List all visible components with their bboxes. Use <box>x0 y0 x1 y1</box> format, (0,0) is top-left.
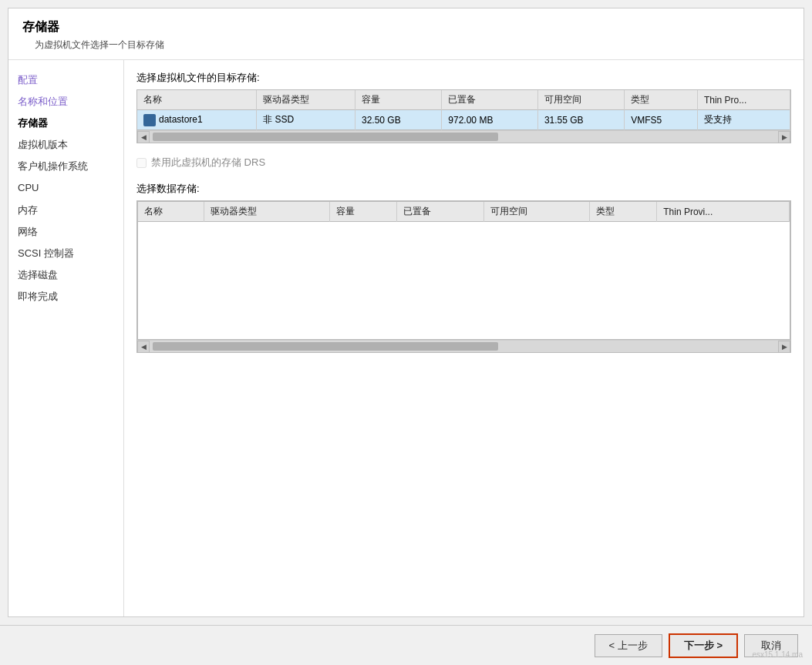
col-header: 类型 <box>625 90 698 110</box>
back-button[interactable]: < 上一步 <box>595 634 662 657</box>
col-header: 已置备 <box>442 90 538 110</box>
bottom-table-section: 选择数据存储: 名称驱动器类型容量已置备可用空间类型Thin Provi... … <box>136 182 791 353</box>
page-title: 存储器 <box>22 19 790 35</box>
drs-checkbox[interactable] <box>136 158 147 168</box>
cell-name: datastore1 <box>137 110 257 130</box>
sidebar-item-vm-version: 虚拟机版本 <box>8 134 123 156</box>
sidebar-item-finish: 即将完成 <box>8 286 123 307</box>
table-cell: 972.00 MB <box>442 110 538 130</box>
drs-checkbox-label: 禁用此虚拟机的存储 DRS <box>151 156 265 170</box>
sidebar: 配置名称和位置存储器虚拟机版本客户机操作系统CPU内存网络SCSI 控制器选择磁… <box>8 60 124 616</box>
col-header: 驱动器类型 <box>257 90 355 110</box>
sidebar-item-memory: 内存 <box>8 200 123 221</box>
bottom-scroll-right-btn[interactable]: ▶ <box>778 341 790 353</box>
col-header: 容量 <box>355 90 441 110</box>
table-cell: 31.55 GB <box>537 110 624 130</box>
col-header: Thin Provi... <box>657 202 790 222</box>
sidebar-item-config[interactable]: 配置 <box>8 69 123 91</box>
watermark: esx15.1.14.ma <box>752 650 803 659</box>
scroll-thumb <box>153 133 498 141</box>
col-header: Thin Pro... <box>697 90 790 110</box>
top-table-section: 选择虚拟机文件的目标存储: 名称驱动器类型容量已置备可用空间类型Thin Pro… <box>136 71 791 143</box>
sidebar-item-cpu: CPU <box>8 177 123 199</box>
page-subtitle: 为虚拟机文件选择一个目标存储 <box>35 39 790 52</box>
col-header: 驱动器类型 <box>204 202 330 222</box>
top-table-title: 选择虚拟机文件的目标存储: <box>136 71 791 85</box>
col-header: 可用空间 <box>483 202 590 222</box>
sidebar-item-scsi: SCSI 控制器 <box>8 243 123 264</box>
scroll-track[interactable] <box>150 131 778 143</box>
content-area: 配置名称和位置存储器虚拟机版本客户机操作系统CPU内存网络SCSI 控制器选择磁… <box>8 60 804 616</box>
bottom-table: 名称驱动器类型容量已置备可用空间类型Thin Provi... <box>138 202 790 222</box>
bottom-table-wrapper: 名称驱动器类型容量已置备可用空间类型Thin Provi... ◀ ▶ <box>136 200 791 353</box>
top-table-scrollbar[interactable]: ◀ ▶ <box>137 130 790 143</box>
drs-checkbox-row: 禁用此虚拟机的存储 DRS <box>136 151 791 174</box>
right-panel: 选择虚拟机文件的目标存储: 名称驱动器类型容量已置备可用空间类型Thin Pro… <box>124 60 804 616</box>
bottom-scroll-track[interactable] <box>150 341 778 352</box>
col-header: 容量 <box>330 202 397 222</box>
scroll-right-btn[interactable]: ▶ <box>778 131 790 143</box>
table-row[interactable]: datastore1非 SSD32.50 GB972.00 MB31.55 GB… <box>137 110 790 130</box>
col-header: 名称 <box>138 202 204 222</box>
header: 存储器 为虚拟机文件选择一个目标存储 <box>8 8 804 60</box>
sidebar-item-guest-os: 客户机操作系统 <box>8 156 123 177</box>
datastore-icon <box>143 114 156 126</box>
sidebar-item-network: 网络 <box>8 221 123 243</box>
sidebar-item-storage: 存储器 <box>8 113 123 134</box>
table-cell: 非 SSD <box>257 110 355 130</box>
col-header: 类型 <box>590 202 657 222</box>
bottom-scroll-thumb <box>153 342 498 351</box>
bottom-scroll-left-btn[interactable]: ◀ <box>137 341 150 353</box>
col-header: 名称 <box>137 90 257 110</box>
top-table: 名称驱动器类型容量已置备可用空间类型Thin Pro... datastore1… <box>137 90 790 130</box>
scroll-left-btn[interactable]: ◀ <box>137 131 150 143</box>
bottom-table-title: 选择数据存储: <box>136 182 791 196</box>
bottom-table-scroll[interactable]: 名称驱动器类型容量已置备可用空间类型Thin Provi... <box>137 201 790 340</box>
sidebar-item-disk: 选择磁盘 <box>8 264 123 286</box>
footer: < 上一步 下一步 > 取消 <box>0 625 812 665</box>
bottom-table-scrollbar[interactable]: ◀ ▶ <box>137 340 790 352</box>
next-button[interactable]: 下一步 > <box>669 633 738 658</box>
top-table-wrapper: 名称驱动器类型容量已置备可用空间类型Thin Pro... datastore1… <box>136 89 791 143</box>
sidebar-item-name-location[interactable]: 名称和位置 <box>8 91 123 113</box>
col-header: 已置备 <box>397 202 483 222</box>
table-cell: 受支持 <box>697 110 790 130</box>
table-cell: 32.50 GB <box>355 110 441 130</box>
top-table-scroll[interactable]: 名称驱动器类型容量已置备可用空间类型Thin Pro... datastore1… <box>137 90 790 130</box>
table-cell: VMFS5 <box>625 110 698 130</box>
col-header: 可用空间 <box>537 90 624 110</box>
